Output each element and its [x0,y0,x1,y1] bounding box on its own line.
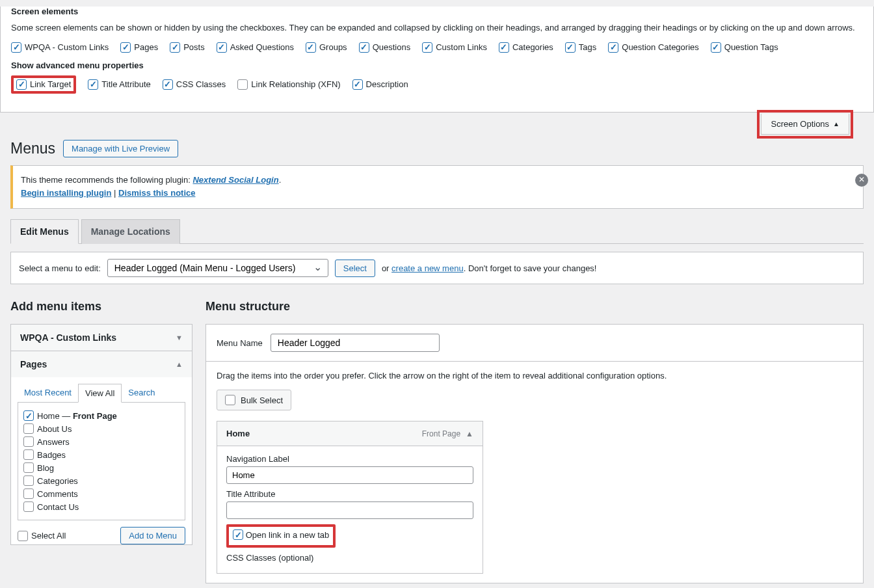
screen-element-checkbox[interactable]: Custom Links [422,42,487,53]
menu-structure-col: Menu structure Menu Name Drag the items … [205,300,864,583]
accordion-sections: WPQA - Custom Links ▼ Pages ▲ Most Recen… [10,324,192,545]
screen-element-checkbox[interactable]: Question Categories [608,42,699,53]
add-to-menu-button[interactable]: Add to Menu [120,527,185,544]
add-items-heading: Add menu items [10,300,192,314]
page-title-row: Menus Manage with Live Preview [0,140,874,165]
page-checkbox[interactable]: About Us [23,423,179,434]
chevron-up-icon: ▲ [466,429,473,438]
menu-select[interactable]: Header Logged (Main Menu - Logged Users) [107,259,328,277]
page-title: Menus [10,140,55,157]
select-all-checkbox[interactable]: Select All [18,531,66,541]
menu-name-input[interactable] [271,334,440,352]
screen-element-checkbox[interactable]: WPQA - Custom Links [11,42,109,53]
menu-name-row: Menu Name [206,325,863,362]
menu-name-label: Menu Name [217,338,263,348]
close-icon[interactable]: ✕ [855,174,868,187]
screen-element-checkbox[interactable]: Groups [306,42,347,53]
screen-element-checkbox[interactable]: Posts [170,42,205,53]
add-to-menu-row: Select All Add to Menu [18,520,185,544]
menu-select-row: Select a menu to edit: Header Logged (Ma… [10,252,864,284]
triangle-up-icon: ▲ [833,120,840,127]
screen-options-tab-container: Screen Options ▲ [0,113,874,140]
select-menu-label: Select a menu to edit: [19,263,101,273]
screen-element-checkbox[interactable]: Tags [565,42,596,53]
tab-most-recent[interactable]: Most Recent [18,384,78,402]
live-preview-button[interactable]: Manage with Live Preview [63,140,178,157]
adv-prop-checkbox[interactable]: CSS Classes [163,75,226,94]
acc-pages[interactable]: Pages ▲ [11,351,192,377]
tab-view-all[interactable]: View All [78,384,122,403]
pages-mini-tabs: Most Recent View All Search [18,384,185,403]
bulk-select-toggle[interactable]: Bulk Select [217,390,291,410]
dismiss-link[interactable]: Dismiss this notice [118,188,195,198]
page-checkbox[interactable]: Answers [23,436,179,447]
add-menu-items-col: Add menu items WPQA - Custom Links ▼ Pag… [10,300,192,583]
screen-element-checkbox[interactable]: Pages [120,42,158,53]
menu-structure-box: Menu Name Drag the items into the order … [205,324,864,583]
page-checkbox[interactable]: Blog [23,462,179,473]
create-menu-link[interactable]: create a new menu [391,263,464,273]
menu-item-title: Home [226,429,250,438]
plugin-link[interactable]: Nextend Social Login [192,175,278,185]
page-checkbox[interactable]: Comments [23,488,179,499]
plugin-notice: This theme recommends the following plug… [10,165,864,209]
screen-options-panel: Screen elements Some screen elements can… [0,7,874,113]
tab-manage-locations[interactable]: Manage Locations [81,219,180,244]
adv-prop-checkbox[interactable]: Description [352,75,408,94]
pages-list: Home — Front PageAbout UsAnswersBadgesBl… [18,403,185,520]
screen-options-toggle[interactable]: Screen Options ▲ [761,114,849,135]
screen-elements-heading: Screen elements [11,7,863,16]
adv-prop-checkbox[interactable]: Title Attribute [88,75,150,94]
select-button[interactable]: Select [335,260,375,277]
notice-text: This theme recommends the following plug… [21,175,192,185]
page-checkbox[interactable]: Home — Front Page [23,410,179,421]
screen-element-checkbox[interactable]: Questions [359,42,411,53]
open-new-tab-checkbox[interactable]: Open link in a new tab [233,529,329,540]
title-attr-input[interactable] [226,501,473,519]
page-checkbox[interactable]: Categories [23,475,179,486]
highlight-box: Link Target [11,75,76,94]
title-attr-label: Title Attribute [226,489,473,499]
screen-elements-checkboxes: WPQA - Custom LinksPagesPostsAsked Quest… [11,42,863,53]
begin-install-link[interactable]: Begin installing plugin [21,188,111,198]
screen-element-checkbox[interactable]: Asked Questions [217,42,294,53]
menu-item-meta: Front Page ▲ [422,429,473,438]
content-columns: Add menu items WPQA - Custom Links ▼ Pag… [0,300,874,583]
screen-options-label: Screen Options [771,119,829,129]
screen-element-checkbox[interactable]: Categories [499,42,553,53]
nav-label-input[interactable] [226,466,473,484]
adv-prop-checkbox[interactable]: Link Target [16,79,71,90]
screen-element-checkbox[interactable]: Question Tags [711,42,778,53]
css-classes-label: CSS Classes (optional) [226,553,473,563]
nav-label-label: Navigation Label [226,454,473,464]
acc-wpqa-custom-links[interactable]: WPQA - Custom Links ▼ [11,325,192,351]
menu-item-body: Navigation Label Title Attribute Open li… [217,446,483,573]
screen-elements-desc: Some screen elements can be shown or hid… [11,21,863,34]
drag-help-text: Drag the items into the order you prefer… [217,371,853,381]
acc-pages-body: Most Recent View All Search Home — Front… [11,377,192,544]
highlight-box: Screen Options ▲ [757,110,853,139]
advanced-props-heading: Show advanced menu properties [11,60,863,70]
menu-item-home: Home Front Page ▲ Navigation Label Title… [217,421,483,574]
adv-prop-checkbox[interactable]: Link Relationship (XFN) [237,75,340,94]
chevron-down-icon: ▼ [176,334,183,341]
menu-body: Drag the items into the order you prefer… [206,362,863,583]
nav-tabs: Edit Menus Manage Locations [10,219,864,244]
menu-item-head[interactable]: Home Front Page ▲ [217,421,483,446]
page-checkbox[interactable]: Badges [23,449,179,460]
chevron-up-icon: ▲ [176,360,183,368]
highlight-box: Open link in a new tab [226,524,336,548]
tab-edit-menus[interactable]: Edit Menus [10,219,79,244]
page-checkbox[interactable]: Contact Us [23,501,179,512]
menu-select-wrap: Header Logged (Main Menu - Logged Users) [107,259,328,277]
tab-search[interactable]: Search [122,384,161,402]
advanced-props-checkboxes: Link TargetTitle AttributeCSS ClassesLin… [11,75,863,94]
menu-structure-heading: Menu structure [205,300,864,314]
